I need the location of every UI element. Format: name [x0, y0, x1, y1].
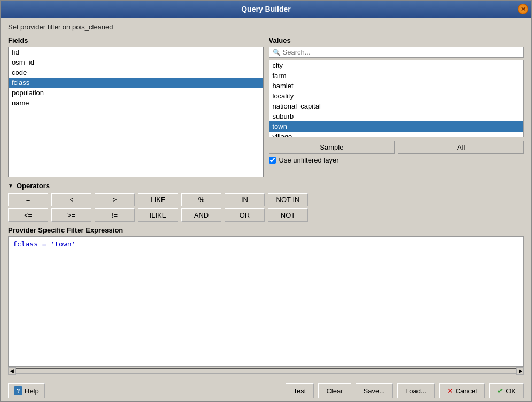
bottom-right: Test Clear Save... Load... ✕ Cancel ✔ OK	[49, 383, 524, 398]
save-button[interactable]: Save...	[356, 383, 393, 398]
fields-panel: Fields fid osm_id code fclass population…	[8, 36, 264, 177]
value-item-national_capital[interactable]: national_capital	[269, 101, 524, 111]
horizontal-scrollbar[interactable]: ◀ ▶	[8, 367, 524, 374]
op-greater[interactable]: >	[95, 193, 135, 206]
bottom-bar: ? Help Test Clear Save... Load... ✕ Canc…	[1, 380, 531, 401]
field-item-osm_id[interactable]: osm_id	[9, 57, 263, 67]
ok-icon: ✔	[497, 386, 504, 395]
scroll-left-arrow[interactable]: ◀	[8, 367, 16, 375]
fields-label: Fields	[8, 36, 264, 44]
field-item-fid[interactable]: fid	[9, 47, 263, 57]
search-box[interactable]: 🔍	[269, 47, 525, 58]
query-builder-window: Query Builder ✕ Set provider filter on p…	[0, 0, 532, 402]
value-item-village[interactable]: village	[269, 132, 524, 137]
fields-listbox[interactable]: fid osm_id code fclass population name	[8, 47, 264, 177]
clear-button[interactable]: Clear	[318, 383, 351, 398]
op-not[interactable]: NOT	[268, 208, 308, 222]
search-icon: 🔍	[273, 49, 281, 56]
op-gte[interactable]: >=	[51, 208, 91, 222]
close-button[interactable]: ✕	[518, 4, 528, 14]
value-item-town[interactable]: town	[269, 121, 524, 132]
expression-section: Provider Specific Filter Expression fcla…	[8, 226, 524, 374]
test-button[interactable]: Test	[286, 383, 314, 398]
value-item-city[interactable]: city	[269, 60, 524, 71]
sample-button[interactable]: Sample	[269, 141, 395, 154]
all-button[interactable]: All	[398, 141, 524, 154]
field-item-fclass[interactable]: fclass	[9, 78, 263, 88]
operators-header[interactable]: ▼ Operators	[8, 182, 524, 190]
values-label: Values	[269, 36, 525, 44]
value-item-hamlet[interactable]: hamlet	[269, 81, 524, 91]
operators-row-1: = < > LIKE % IN NOT IN	[8, 193, 524, 206]
use-unfiltered-checkbox[interactable]	[269, 157, 276, 164]
sample-all-row: Sample All	[269, 141, 525, 154]
op-like[interactable]: LIKE	[138, 193, 178, 206]
value-item-locality[interactable]: locality	[269, 91, 524, 101]
use-unfiltered-label: Use unfiltered layer	[279, 156, 339, 164]
fields-values-panels: Fields fid osm_id code fclass population…	[8, 36, 524, 177]
value-item-suburb[interactable]: suburb	[269, 111, 524, 121]
op-percent[interactable]: %	[181, 193, 221, 206]
expression-container: fclass = 'town'	[8, 236, 524, 367]
operators-arrow-icon: ▼	[8, 183, 13, 189]
field-item-population[interactable]: population	[9, 88, 263, 98]
op-less[interactable]: <	[51, 193, 91, 206]
titlebar: Query Builder ✕	[1, 1, 531, 18]
value-item-farm[interactable]: farm	[269, 71, 524, 81]
scroll-right-arrow[interactable]: ▶	[516, 367, 524, 375]
main-content: Set provider filter on pois_cleaned Fiel…	[1, 18, 531, 380]
operators-label: Operators	[17, 182, 50, 190]
op-equals[interactable]: =	[8, 193, 48, 206]
ok-button[interactable]: ✔ OK	[489, 383, 524, 398]
load-button[interactable]: Load...	[397, 383, 435, 398]
cancel-button[interactable]: ✕ Cancel	[439, 383, 485, 398]
help-button[interactable]: ? Help	[8, 383, 45, 398]
subtitle-text: Set provider filter on pois_cleaned	[8, 23, 524, 31]
values-search-input[interactable]	[283, 48, 521, 56]
op-and[interactable]: AND	[181, 208, 221, 222]
values-listbox[interactable]: city farm hamlet locality national_capit…	[269, 60, 525, 137]
cancel-label: Cancel	[456, 387, 477, 395]
op-in[interactable]: IN	[225, 193, 265, 206]
op-lte[interactable]: <=	[8, 208, 48, 222]
operators-section: ▼ Operators = < > LIKE % IN NOT IN <= >=…	[8, 182, 524, 222]
help-label: Help	[25, 387, 39, 395]
op-not-in[interactable]: NOT IN	[268, 193, 308, 206]
scrollbar-track[interactable]	[16, 368, 516, 374]
window-title: Query Builder	[241, 5, 291, 13]
use-unfiltered-row: Use unfiltered layer	[269, 156, 525, 164]
op-or[interactable]: OR	[225, 208, 265, 222]
ok-label: OK	[506, 387, 516, 395]
help-icon: ?	[14, 386, 22, 395]
field-item-code[interactable]: code	[9, 67, 263, 78]
bottom-left: ? Help	[8, 383, 45, 398]
operators-grid: = < > LIKE % IN NOT IN <= >= != ILIKE AN…	[8, 193, 524, 222]
op-neq[interactable]: !=	[95, 208, 135, 222]
op-ilike[interactable]: ILIKE	[138, 208, 178, 222]
values-panel: Values 🔍 city farm hamlet locality natio…	[269, 36, 525, 177]
cancel-icon: ✕	[447, 386, 453, 395]
expression-label: Provider Specific Filter Expression	[8, 226, 524, 234]
expression-text[interactable]: fclass = 'town'	[9, 237, 523, 251]
operators-row-2: <= >= != ILIKE AND OR NOT	[8, 208, 524, 222]
field-item-name[interactable]: name	[9, 98, 263, 108]
